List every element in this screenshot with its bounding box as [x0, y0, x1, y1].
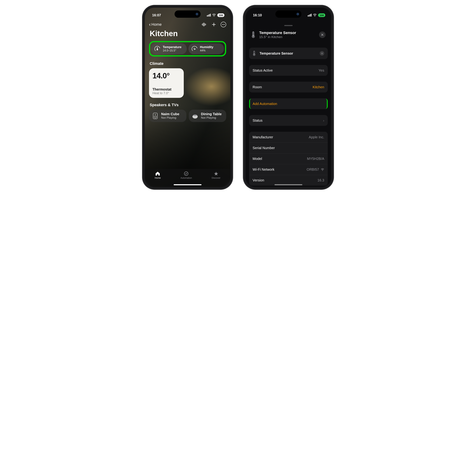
thermostat-reading: 14.0°: [153, 71, 180, 80]
highlight-sensor-pills: Temperature 14.0–15.5° Humidity 44%: [149, 41, 226, 56]
serial-number-row: Serial Number: [249, 142, 328, 153]
wifi-network-row: Wi-Fi Network ORBI57: [249, 164, 328, 175]
status-active-row[interactable]: Status Active Yes: [249, 65, 328, 76]
svg-point-19: [193, 115, 197, 116]
homepod-mini-icon: [192, 112, 199, 119]
thermometer-icon: [154, 46, 161, 52]
phone-right: 16:10 100 Temperature Sensor 15.5° in Ki…: [243, 5, 334, 189]
svg-point-17: [154, 116, 156, 118]
room-row[interactable]: Room Kitchen: [249, 82, 328, 92]
svg-point-0: [214, 16, 214, 17]
battery-indicator: 100: [318, 13, 325, 17]
screen-left: 16:07 100 ‹ Home: [145, 8, 230, 187]
close-button[interactable]: [319, 32, 326, 38]
phone-left: 16:07 100 ‹ Home: [142, 5, 233, 189]
svg-point-10: [224, 24, 225, 25]
status-time: 16:07: [152, 13, 161, 17]
manufacturer-row: Manufacturer Apple Inc.: [249, 132, 328, 142]
more-button[interactable]: [221, 22, 226, 27]
wifi-icon: [212, 14, 216, 17]
temperature-pill[interactable]: Temperature 14.0–15.5°: [151, 43, 187, 54]
humidity-pill[interactable]: Humidity 44%: [188, 43, 224, 54]
dynamic-island: [174, 10, 201, 18]
xmark-icon: [321, 52, 323, 54]
back-button[interactable]: ‹ Home: [149, 22, 162, 27]
speaker-name: Dining Table: [201, 112, 222, 116]
sheet-grabber[interactable]: [284, 25, 293, 26]
screen-right: 16:10 100 Temperature Sensor 15.5° in Ki…: [246, 8, 331, 187]
svg-point-13: [157, 49, 158, 50]
intercom-button[interactable]: [201, 21, 207, 27]
humidity-icon: [191, 46, 198, 52]
sheet-subtitle: 15.5° in Kitchen: [259, 35, 296, 39]
cellular-icon: [308, 14, 311, 17]
front-camera-icon: [196, 13, 198, 15]
cellular-icon: [207, 14, 211, 17]
svg-point-21: [315, 16, 315, 17]
tab-home[interactable]: Home: [155, 171, 161, 179]
home-indicator[interactable]: [274, 184, 302, 185]
version-row: Version 16.3: [249, 175, 328, 185]
speaker-icon: [152, 112, 159, 119]
svg-point-16: [155, 114, 156, 115]
speaker-tile-dining[interactable]: Dining Table Not Playing: [189, 110, 226, 122]
add-button[interactable]: [211, 21, 217, 27]
tab-automation[interactable]: Automation: [180, 171, 192, 179]
wifi-icon: [313, 14, 317, 17]
humidity-value: 44%: [200, 49, 213, 52]
accessory-name-input[interactable]: Temperature Sensor: [259, 51, 293, 55]
status-active-value: Yes: [319, 68, 324, 72]
dynamic-island: [275, 10, 302, 18]
name-field-row[interactable]: Temperature Sensor: [249, 48, 328, 59]
humidity-label: Humidity: [200, 45, 213, 49]
chevron-right-icon: ›: [323, 118, 324, 122]
room-value: Kitchen: [313, 85, 324, 89]
chevron-left-icon: ‹: [149, 22, 151, 27]
clock-check-icon: [184, 171, 189, 176]
thermometer-icon: [253, 51, 256, 56]
xmark-icon: [321, 33, 324, 36]
plus-icon: [212, 22, 216, 27]
temperature-value: 14.0–15.5°: [163, 49, 182, 52]
temperature-label: Temperature: [163, 45, 182, 49]
status-time: 16:10: [253, 13, 262, 17]
sheet-title: Temperature Sensor: [259, 31, 296, 35]
sheet-header: Temperature Sensor 15.5° in Kitchen: [250, 28, 327, 43]
model-row: Model MY5H2B/A: [249, 153, 328, 164]
thermostat-tile[interactable]: 14.0° Thermostat Heat to 7.0°: [149, 68, 184, 98]
waveform-icon: [202, 23, 206, 26]
house-icon: [155, 171, 160, 176]
svg-point-14: [191, 46, 198, 52]
speaker-tile-naim[interactable]: Naim Cube Not Playing: [149, 110, 186, 122]
thermostat-name: Thermostat: [153, 87, 180, 91]
speakers-section-label: Speakers & TVs: [150, 103, 225, 107]
speaker-status: Not Playing: [161, 116, 179, 119]
svg-point-8: [222, 24, 223, 25]
svg-rect-12: [157, 47, 158, 49]
climate-section-label: Climate: [150, 61, 225, 66]
wifi-icon: [321, 168, 324, 171]
thermometer-icon: [251, 31, 256, 38]
speaker-status: Not Playing: [201, 116, 222, 119]
clear-text-button[interactable]: [320, 51, 324, 56]
battery-indicator: 100: [217, 13, 224, 17]
svg-point-9: [223, 24, 224, 25]
star-icon: [214, 171, 219, 176]
highlight-add-automation: Add Automation: [249, 98, 328, 109]
home-indicator[interactable]: [174, 184, 202, 185]
tab-discover[interactable]: Discover: [212, 171, 221, 179]
room-title: Kitchen: [150, 29, 225, 38]
front-camera-icon: [297, 13, 299, 15]
thermostat-status: Heat to 7.0°: [153, 91, 180, 95]
status-row[interactable]: Status ›: [249, 115, 328, 126]
speaker-name: Naim Cube: [161, 112, 179, 116]
ellipsis-icon: [222, 24, 225, 25]
svg-point-29: [254, 54, 255, 55]
add-automation-button[interactable]: Add Automation: [249, 98, 328, 109]
back-label: Home: [152, 22, 162, 27]
svg-point-24: [253, 36, 254, 37]
svg-point-32: [322, 170, 323, 171]
svg-point-20: [184, 172, 188, 176]
